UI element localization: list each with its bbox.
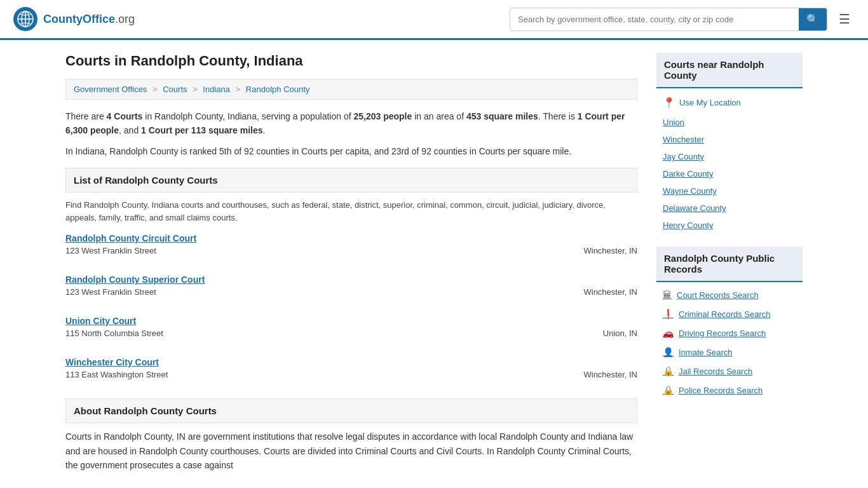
court-info-union: 115 North Columbia Street Union, IN — [65, 329, 637, 338]
hamburger-menu-button[interactable]: ☰ — [834, 9, 855, 29]
search-button[interactable]: 🔍 — [799, 8, 827, 30]
logo-text: CountyOffice.org — [43, 13, 135, 26]
court-address-superior: 123 West Franklin Street — [65, 287, 156, 297]
nearby-link-darke-county[interactable]: Darke County — [656, 165, 803, 182]
court-info-winchester: 113 East Washington Street Winchester, I… — [65, 370, 637, 379]
court-city-winchester: Winchester, IN — [583, 370, 637, 379]
search-bar: 🔍 — [510, 8, 827, 31]
inmate-search-icon: 👤 — [663, 347, 674, 357]
court-city-circuit: Winchester, IN — [583, 246, 637, 255]
logo-area: CountyOffice.org — [13, 6, 135, 32]
use-location-label: Use My Location — [679, 98, 741, 107]
jail-records-label: Jail Records Search — [679, 367, 752, 376]
court-address-circuit: 123 West Franklin Street — [65, 246, 156, 255]
nearby-link-jay-county[interactable]: Jay County — [656, 148, 803, 165]
nearby-courts-section: Courts near Randolph County 📍 Use My Loc… — [656, 53, 803, 234]
court-address-winchester: 113 East Washington Street — [65, 370, 168, 379]
main-container: Courts in Randolph County, Indiana Gover… — [53, 40, 815, 488]
header: CountyOffice.org 🔍 ☰ — [0, 0, 868, 40]
nearby-link-union[interactable]: Union — [656, 114, 803, 131]
use-location-button[interactable]: 📍 Use My Location — [656, 92, 803, 114]
nearby-link-winchester[interactable]: Winchester — [656, 131, 803, 148]
intro-paragraph: There are 4 Courts in Randolph County, I… — [65, 109, 637, 138]
table-row: Union City Court 115 North Columbia Stre… — [65, 316, 637, 346]
public-records-section: Randolph County Public Records 🏛 Court R… — [656, 247, 803, 400]
list-section-header: List of Randolph County Courts — [65, 168, 637, 193]
content-area: Courts in Randolph County, Indiana Gover… — [65, 53, 637, 478]
police-records-icon: 🔒 — [663, 385, 674, 395]
courts-list: Randolph County Circuit Court 123 West F… — [65, 233, 637, 387]
public-records-driving[interactable]: 🚗 Driving Records Search — [656, 323, 803, 342]
public-records-jail[interactable]: 🔒 Jail Records Search — [656, 362, 803, 381]
driving-records-label: Driving Records Search — [679, 329, 766, 338]
police-records-label: Police Records Search — [679, 386, 763, 395]
breadcrumb: Government Offices > Courts > Indiana > … — [65, 79, 637, 100]
table-row: Randolph County Circuit Court 123 West F… — [65, 233, 637, 263]
jail-records-icon: 🔒 — [663, 366, 674, 376]
nearby-link-henry-county[interactable]: Henry County — [656, 217, 803, 234]
nearby-courts-title: Courts near Randolph County — [656, 53, 803, 88]
court-records-icon: 🏛 — [663, 290, 672, 300]
page-title: Courts in Randolph County, Indiana — [65, 53, 637, 69]
public-records-title: Randolph County Public Records — [656, 247, 803, 282]
court-name-winchester[interactable]: Winchester City Court — [65, 357, 637, 367]
breadcrumb-randolph-county[interactable]: Randolph County — [246, 85, 309, 94]
header-right: 🔍 ☰ — [510, 8, 855, 31]
public-records-inmate[interactable]: 👤 Inmate Search — [656, 342, 803, 362]
list-section-desc: Find Randolph County, Indiana courts and… — [65, 199, 637, 224]
about-text: Courts in Randolph County, IN are govern… — [65, 430, 637, 472]
public-records-court[interactable]: 🏛 Court Records Search — [656, 285, 803, 304]
nearby-link-delaware-county[interactable]: Delaware County — [656, 200, 803, 217]
nearby-link-wayne-county[interactable]: Wayne County — [656, 182, 803, 200]
breadcrumb-government-offices[interactable]: Government Offices — [74, 85, 147, 94]
public-records-police[interactable]: 🔒 Police Records Search — [656, 381, 803, 400]
breadcrumb-sep1: > — [153, 85, 158, 94]
court-city-superior: Winchester, IN — [583, 287, 637, 297]
intro-paragraph-2: In Indiana, Randolph County is ranked 5t… — [65, 144, 637, 158]
breadcrumb-sep2: > — [193, 85, 198, 94]
breadcrumb-sep3: > — [236, 85, 241, 94]
criminal-records-label: Criminal Records Search — [679, 309, 771, 319]
search-input[interactable] — [510, 10, 799, 29]
table-row: Randolph County Superior Court 123 West … — [65, 274, 637, 304]
court-name-union[interactable]: Union City Court — [65, 316, 637, 326]
court-city-union: Union, IN — [603, 329, 637, 338]
logo-icon — [13, 6, 38, 32]
court-info-circuit: 123 West Franklin Street Winchester, IN — [65, 246, 637, 255]
court-name-superior[interactable]: Randolph County Superior Court — [65, 274, 637, 285]
court-records-label: Court Records Search — [677, 290, 759, 300]
court-name-circuit[interactable]: Randolph County Circuit Court — [65, 233, 637, 243]
breadcrumb-indiana[interactable]: Indiana — [203, 85, 230, 94]
breadcrumb-courts[interactable]: Courts — [163, 85, 187, 94]
inmate-search-label: Inmate Search — [679, 348, 733, 357]
driving-records-icon: 🚗 — [663, 328, 674, 338]
table-row: Winchester City Court 113 East Washingto… — [65, 357, 637, 387]
about-section-header: About Randolph County Courts — [65, 398, 637, 423]
sidebar: Courts near Randolph County 📍 Use My Loc… — [656, 53, 803, 478]
public-records-criminal[interactable]: ❗ Criminal Records Search — [656, 304, 803, 323]
criminal-records-icon: ❗ — [663, 309, 674, 319]
court-info-superior: 123 West Franklin Street Winchester, IN — [65, 287, 637, 297]
location-icon: 📍 — [663, 97, 675, 109]
court-address-union: 115 North Columbia Street — [65, 329, 163, 338]
